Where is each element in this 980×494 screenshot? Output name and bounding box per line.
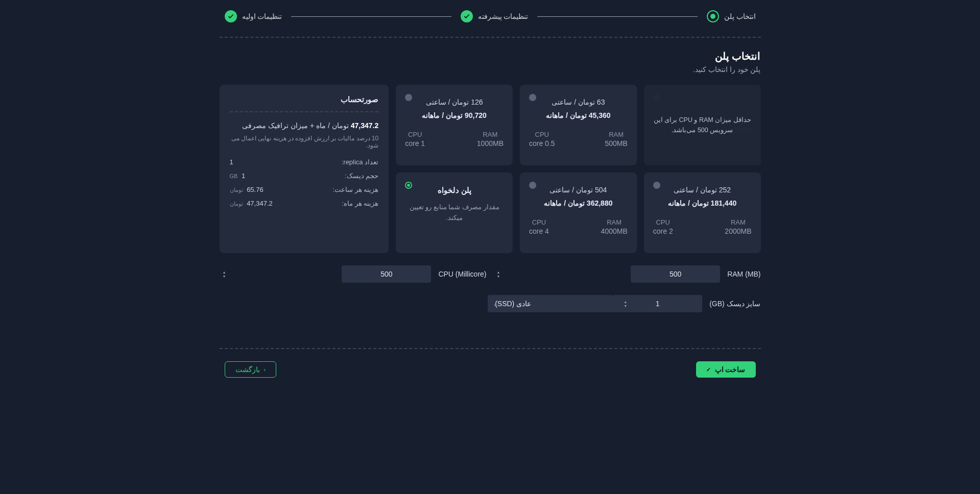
chevron-right-icon: ›: [264, 366, 266, 373]
billing-row-disk: حجم دیسک: GB 1: [230, 172, 379, 180]
footer-actions: › بازگشت ساخت اپ ✓: [220, 361, 761, 378]
plan-hourly-price: 252 تومان / ساعتی: [653, 186, 752, 194]
plan-hourly-price: 126 تومان / ساعتی: [405, 98, 504, 106]
step-label: تنظیمات پیشرفته: [478, 12, 529, 20]
plan-card[interactable]: 504 تومان / ساعتی 362,880 تومان / ماهانه…: [520, 172, 637, 253]
ram-label: RAM (MB): [727, 270, 760, 278]
divider: [220, 37, 761, 38]
cpu-control: CPU (Millicore) ▲▼: [220, 265, 487, 283]
ram-control: RAM (MB) ▲▼: [494, 265, 761, 283]
check-icon: [225, 10, 237, 22]
page-title: انتخاب پلن: [220, 50, 761, 62]
divider: [230, 111, 379, 112]
step-initial-settings: تنظیمات اولیه: [225, 10, 282, 22]
radio-icon: [529, 94, 536, 101]
create-app-button[interactable]: ساخت اپ ✓: [696, 361, 756, 378]
plan-hourly-price: 504 تومان / ساعتی: [529, 186, 628, 194]
billing-row-hourly: هزینه هر ساعت: 65.76 تومان: [230, 186, 379, 193]
step-label: تنظیمات اولیه: [242, 12, 282, 20]
disk-label: سایز دیسک (GB): [709, 300, 760, 308]
step-select-plan: انتخاب پلن: [707, 10, 756, 22]
billing-row-replica: تعداد replica: 1: [230, 158, 379, 166]
billing-card: صورتحساب 47,347.2 تومان / ماه + میزان تر…: [220, 85, 389, 253]
plan-disabled-message: حداقل میزان RAM و CPU برای این سرویس 500…: [644, 85, 761, 165]
spinner-icon[interactable]: ▲▼: [497, 270, 500, 278]
active-step-icon: [707, 10, 719, 22]
plan-hourly-price: 63 تومان / ساعتی: [529, 98, 628, 106]
radio-icon: [529, 182, 536, 189]
step-label: انتخاب پلن: [724, 12, 756, 20]
resource-controls: RAM (MB) ▲▼ CPU (Millicore) ▲▼: [220, 265, 761, 283]
plan-monthly-price: 181,440 تومان / ماهانه: [653, 199, 752, 207]
plan-monthly-price: 362,880 تومان / ماهانه: [529, 199, 628, 207]
spinner-icon[interactable]: ▲▼: [223, 270, 226, 278]
billing-summary: 47,347.2 تومان / ماه + میزان ترافیک مصرف…: [230, 121, 379, 130]
plan-monthly-price: 90,720 تومان / ماهانه: [405, 111, 504, 119]
step-divider: [291, 16, 451, 17]
radio-icon: [653, 182, 660, 189]
billing-row-monthly: هزینه هر ماه: 47,347.2 تومان: [230, 200, 379, 207]
step-divider: [537, 16, 697, 17]
plan-card-custom[interactable]: پلن دلخواه مقدار مصرف شما منابع رو تعیین…: [396, 172, 513, 253]
plan-card[interactable]: 126 تومان / ساعتی 90,720 تومان / ماهانه …: [396, 85, 513, 165]
custom-plan-description: مقدار مصرف شما منابع رو تعیین میکند.: [405, 202, 504, 224]
back-button[interactable]: › بازگشت: [225, 361, 277, 378]
plan-card-disabled: 31.5 تومان / ساعتی RAM250MB CPU0.25 core…: [644, 85, 761, 165]
plan-monthly-price: 45,360 تومان / ماهانه: [529, 111, 628, 119]
check-icon: ✓: [706, 366, 711, 373]
step-advanced-settings: تنظیمات پیشرفته: [461, 10, 529, 22]
plan-card[interactable]: 252 تومان / ساعتی 181,440 تومان / ماهانه…: [644, 172, 761, 253]
spinner-icon[interactable]: ▲▼: [624, 300, 627, 308]
cpu-label: CPU (Millicore): [438, 270, 486, 278]
stepper: تنظیمات اولیه تنظیمات پیشرفته انتخاب پلن: [220, 10, 761, 22]
check-icon: [461, 10, 473, 22]
billing-title: صورتحساب: [230, 95, 379, 104]
disk-controls: سایز دیسک (GB) ▲▼ عادی (SSD) ⌄: [220, 295, 761, 312]
page-subtitle: پلن خود را انتخاب کنید.: [220, 65, 761, 73]
chevron-down-icon: ⌄: [493, 301, 497, 307]
ram-input[interactable]: [631, 265, 720, 283]
plans-grid: 31.5 تومان / ساعتی RAM250MB CPU0.25 core…: [220, 85, 761, 253]
plan-card[interactable]: 63 تومان / ساعتی 45,360 تومان / ماهانه R…: [520, 85, 637, 165]
billing-tax-note: 10 درصد مالیات بر ارزش افزوده در هزینه ن…: [230, 135, 379, 149]
cpu-input[interactable]: [342, 265, 431, 283]
custom-plan-title: پلن دلخواه: [405, 186, 504, 195]
divider: [220, 348, 761, 349]
disk-type-select[interactable]: عادی (SSD) ⌄: [488, 295, 613, 312]
